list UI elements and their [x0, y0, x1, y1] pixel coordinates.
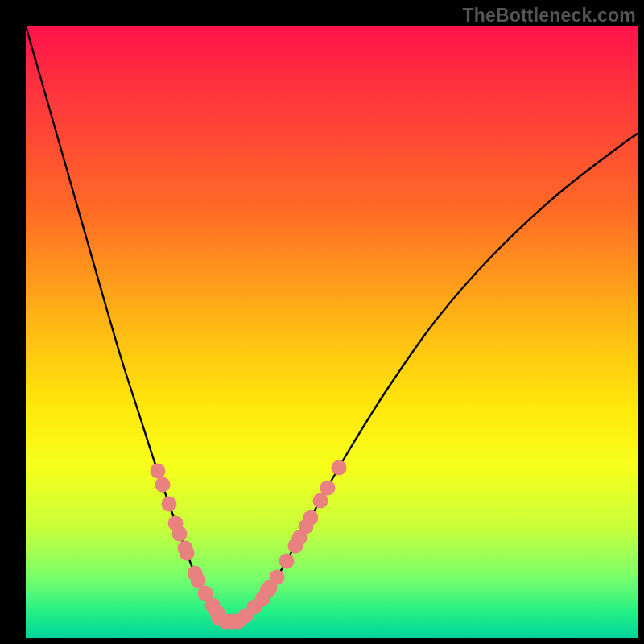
marker-dot [303, 510, 319, 526]
marker-dot [151, 464, 166, 479]
watermark-text: TheBottleneck.com [462, 5, 636, 27]
marker-dot [155, 477, 171, 493]
marker-dot [191, 573, 206, 588]
marker-dot [270, 570, 285, 585]
chart-frame: TheBottleneck.com [0, 0, 644, 644]
marker-dot [313, 493, 328, 509]
marker-dot [320, 481, 336, 496]
marker-dot [162, 497, 177, 512]
highlight-markers [151, 460, 347, 630]
plot-area [26, 26, 638, 638]
chart-svg [26, 26, 638, 638]
marker-dot [332, 460, 347, 476]
bottleneck-curve [26, 26, 638, 622]
marker-dot [172, 526, 188, 542]
marker-dot [180, 546, 195, 561]
marker-dot [279, 554, 295, 569]
